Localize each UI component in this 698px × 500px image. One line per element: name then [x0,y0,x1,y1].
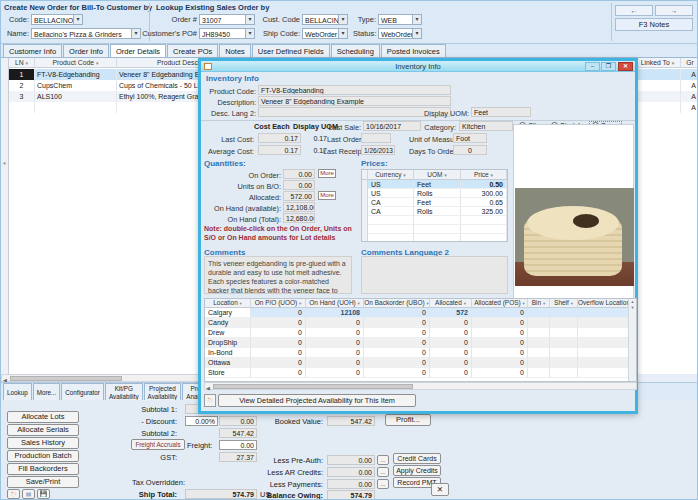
next-record-button[interactable]: → [655,5,693,16]
grid-cell[interactable]: 2 [9,80,35,91]
col-header-product-code[interactable]: Product Code ▾ [35,58,117,68]
grid-cell[interactable]: Feet [414,198,461,207]
grid-cell[interactable] [550,308,578,318]
exit-button[interactable]: ⎋ [7,489,20,499]
grid-cell[interactable] [578,318,629,328]
close-button[interactable]: ✕ [618,62,633,71]
prices-row[interactable]: CARolls325.00 [362,207,507,216]
location-grid-vscrollbar[interactable]: ▲▼ [628,299,636,382]
grid-cell[interactable] [528,358,550,368]
ar-ellipsis-button[interactable]: ... [377,467,389,477]
grid-cell[interactable]: Feet [414,180,461,189]
grid-cell[interactable]: 0 [472,358,528,368]
grid-cell[interactable]: 0 [472,348,528,358]
grid-cell[interactable]: DropShip [205,338,251,348]
grid-cell[interactable] [35,102,117,113]
grid-cell[interactable] [578,308,629,318]
grid-cell[interactable]: 0 [251,358,306,368]
grid-cell[interactable] [550,348,578,358]
save-button[interactable]: 💾 [37,489,50,499]
grid-cell[interactable]: 572 [430,308,472,318]
grid-cell[interactable]: 0 [430,348,472,358]
grid-cell[interactable]: A [681,91,698,102]
grid-cell[interactable] [528,318,550,328]
grid-cell[interactable]: 1 [9,69,35,80]
maximize-button[interactable]: ❐ [601,62,616,71]
grid-cell[interactable]: 0 [251,318,306,328]
grid-cell[interactable] [528,328,550,338]
grid-cell[interactable]: 0 [472,318,528,328]
scrollbar-thumb[interactable] [10,376,122,381]
view-projected-availability-button[interactable]: View Detailed Projected Availability for… [218,394,416,407]
grid-cell[interactable]: 0.65 [461,198,507,207]
grid-cell[interactable] [635,69,681,80]
tab-order-details[interactable]: Order Details [110,44,166,57]
grid-cell[interactable]: 0 [430,328,472,338]
grid-cell[interactable]: CA [368,198,414,207]
tab-notes[interactable]: Notes [219,44,251,57]
chevron-down-icon[interactable]: ▾ [73,15,82,24]
discount-pct-field[interactable]: 0.00% [185,416,218,426]
location-row[interactable]: Store00000 [205,368,636,378]
grid-cell[interactable]: Rolls [414,207,461,216]
grid-cell[interactable]: 12108 [306,308,364,318]
grid-cell[interactable] [528,368,550,378]
quantity-field[interactable]: 12,108.00 [283,202,315,212]
grid-cell[interactable]: 0 [472,308,528,318]
allocate-serials-button[interactable]: Allocate Serials [7,424,79,436]
grid-cell[interactable] [368,234,414,242]
prices-col-header[interactable]: Price ▾ [461,170,507,180]
grid-cell[interactable]: 0 [251,338,306,348]
location-col-header[interactable]: On Backorder (UBO) ▾ [364,299,430,308]
grid-cell[interactable]: 0 [306,368,364,378]
close-order-button[interactable]: ✕ [431,483,449,496]
save-print-button[interactable]: Save/Print [7,476,79,488]
grid-cell[interactable]: A [681,69,698,80]
grid-cell[interactable] [368,225,414,234]
grid-cell[interactable]: 0 [306,338,364,348]
tab-customer-info[interactable]: Customer Info [3,44,62,57]
quantity-field[interactable]: 12,680.00 [283,213,315,223]
col-header-gr[interactable]: Gr [681,58,698,68]
grid-cell[interactable] [9,102,35,113]
form-button[interactable]: ▤ [22,489,35,499]
location-col-header[interactable]: Location ▾ [205,299,251,308]
chevron-down-icon[interactable]: ▾ [245,29,254,38]
prices-col-header[interactable]: UOM ▾ [414,170,461,180]
prices-row[interactable]: USFeet0.50 [362,180,507,189]
sales-history-button[interactable]: Sales History [7,437,79,449]
prices-row[interactable] [362,216,507,225]
chevron-down-icon[interactable]: ▾ [412,15,421,24]
grid-cell[interactable]: Drew [205,328,251,338]
grid-cell[interactable]: Calgary [205,308,251,318]
status-combo[interactable]: WebOrder▾ [378,28,422,39]
grid-cell[interactable] [578,358,629,368]
more-button[interactable]: More [318,191,336,200]
grid-cell[interactable]: 0 [364,328,430,338]
grid-cell[interactable]: 0 [251,348,306,358]
grid-cell[interactable]: 0 [306,328,364,338]
scrollbar-thumb[interactable] [213,384,413,389]
grid-cell[interactable]: 0 [251,308,306,318]
profit-button[interactable]: Profit... [385,414,431,426]
code-combo[interactable]: BELLACINO▾ [31,14,83,25]
col-header-linked-to[interactable]: Linked To ▾ [635,58,681,68]
tab-order-info[interactable]: Order Info [63,44,109,57]
grid-cell[interactable]: 0 [430,368,472,378]
grid-cell[interactable] [528,338,550,348]
chevron-down-icon[interactable]: ▾ [338,15,347,24]
grid-cell[interactable] [578,338,629,348]
chevron-down-icon[interactable]: ▾ [245,15,254,24]
grid-cell[interactable] [550,358,578,368]
grid-cell[interactable]: 0 [364,338,430,348]
production-batch-button[interactable]: Production Batch [7,450,79,462]
credit-cards-button[interactable]: Credit Cards [393,453,441,464]
grid-cell[interactable]: 0 [472,368,528,378]
grid-cell[interactable]: ALS100 [35,91,117,102]
grid-cell[interactable]: In-Bond [205,348,251,358]
comments-lang2-field[interactable] [361,256,508,294]
grid-cell[interactable] [550,318,578,328]
grid-cell[interactable] [528,308,550,318]
grid-cell[interactable]: 0 [364,368,430,378]
more-button[interactable]: More [318,169,336,178]
